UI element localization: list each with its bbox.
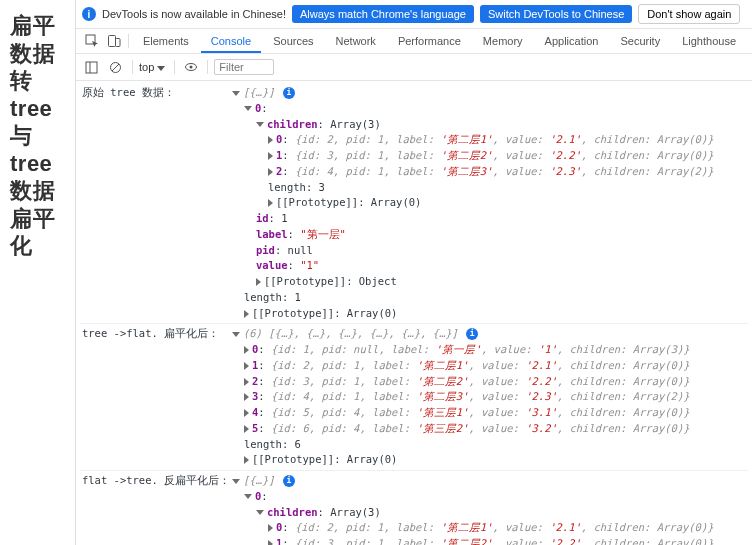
expand-icon[interactable] xyxy=(244,494,252,499)
expand-icon[interactable] xyxy=(256,510,264,515)
expand-icon[interactable] xyxy=(244,393,249,401)
expand-icon[interactable] xyxy=(244,362,249,370)
live-expr-icon[interactable] xyxy=(181,57,201,77)
chevron-down-icon xyxy=(157,66,165,71)
proto-label: [[Prototype]]: Object xyxy=(264,275,397,287)
obj-preview: {id: 2, pid: 1, label: '第二层1', value: '2… xyxy=(295,133,714,145)
expand-icon[interactable] xyxy=(244,425,249,433)
expand-icon[interactable] xyxy=(268,168,273,176)
obj-preview: {id: 3, pid: 1, label: '第二层2', value: '2… xyxy=(295,537,714,545)
context-select[interactable]: top xyxy=(139,61,168,73)
expand-icon[interactable] xyxy=(232,91,240,96)
value: "第一层" xyxy=(300,228,346,240)
match-lang-button[interactable]: Always match Chrome's language xyxy=(292,5,474,23)
value: Array(3) xyxy=(330,506,381,518)
tab-console[interactable]: Console xyxy=(201,29,261,53)
svg-rect-2 xyxy=(115,39,120,47)
console-toolbar: top xyxy=(76,54,752,81)
divider xyxy=(128,34,129,48)
obj-preview: {id: 6, pid: 4, label: '第三层2', value: '3… xyxy=(271,422,690,434)
key: value xyxy=(256,259,288,271)
info-badge-icon[interactable]: i xyxy=(283,87,295,99)
proto-label: [[Prototype]]: Array(0) xyxy=(252,453,397,465)
svg-line-6 xyxy=(112,64,119,71)
length-label: length: 1 xyxy=(244,291,301,303)
tab-sources[interactable]: Sources xyxy=(263,29,323,53)
svg-rect-3 xyxy=(86,62,97,73)
value: null xyxy=(288,244,313,256)
key: children xyxy=(267,118,318,130)
svg-point-8 xyxy=(190,66,193,69)
page-title: 扁平数据转tree与tree数据扁平化 xyxy=(10,12,65,260)
expand-icon[interactable] xyxy=(244,456,249,464)
divider xyxy=(207,60,208,74)
tabs-row: Elements Console Sources Network Perform… xyxy=(76,29,752,54)
expand-icon[interactable] xyxy=(244,346,249,354)
key: label xyxy=(256,228,288,240)
expand-icon[interactable] xyxy=(244,378,249,386)
expand-icon[interactable] xyxy=(244,409,249,417)
svg-rect-1 xyxy=(108,36,115,47)
expand-icon[interactable] xyxy=(268,540,273,545)
obj-preview: {id: 3, pid: 1, label: '第二层2', value: '2… xyxy=(271,375,690,387)
obj-preview: {id: 5, pid: 4, label: '第三层1', value: '3… xyxy=(271,406,690,418)
tab-lighthouse[interactable]: Lighthouse xyxy=(672,29,746,53)
console-output: 原始 tree 数据： [{…}] i 0: children: Array(3… xyxy=(76,81,752,545)
tab-network[interactable]: Network xyxy=(326,29,386,53)
preview: (6) [{…}, {…}, {…}, {…}, {…}, {…}] xyxy=(243,327,458,339)
tab-application[interactable]: Application xyxy=(535,29,609,53)
obj-preview: {id: 2, pid: 1, label: '第二层1', value: '2… xyxy=(295,521,714,533)
switch-lang-button[interactable]: Switch DevTools to Chinese xyxy=(480,5,632,23)
expand-icon[interactable] xyxy=(268,199,273,207)
info-badge-icon[interactable]: i xyxy=(283,475,295,487)
dont-show-button[interactable]: Don't show again xyxy=(638,4,740,24)
key: children xyxy=(267,506,318,518)
info-text: DevTools is now available in Chinese! xyxy=(102,8,286,20)
expand-icon[interactable] xyxy=(256,122,264,127)
info-bar: i DevTools is now available in Chinese! … xyxy=(76,0,752,29)
expand-icon[interactable] xyxy=(232,332,240,337)
expand-icon[interactable] xyxy=(268,152,273,160)
log-label-1: 原始 tree 数据： xyxy=(80,85,232,101)
devtools-panel: i DevTools is now available in Chinese! … xyxy=(75,0,752,545)
proto-label: [[Prototype]]: Array(0) xyxy=(252,307,397,319)
value: "1" xyxy=(300,259,319,271)
preview: [{…}] xyxy=(243,86,275,98)
sidebar-toggle-icon[interactable] xyxy=(82,57,102,77)
filter-input[interactable] xyxy=(214,59,274,75)
value: Array(3) xyxy=(330,118,381,130)
divider xyxy=(132,60,133,74)
inspect-icon[interactable] xyxy=(82,31,102,51)
log-label-3: flat ->tree. 反扁平化后： xyxy=(80,473,232,489)
expand-icon[interactable] xyxy=(256,278,261,286)
value: 1 xyxy=(281,212,287,224)
tab-performance[interactable]: Performance xyxy=(388,29,471,53)
tab-elements[interactable]: Elements xyxy=(133,29,199,53)
obj-preview: {id: 3, pid: 1, label: '第二层2', value: '2… xyxy=(295,149,714,161)
length-label: length: 6 xyxy=(244,438,301,450)
divider xyxy=(174,60,175,74)
device-icon[interactable] xyxy=(104,31,124,51)
expand-icon[interactable] xyxy=(268,524,273,532)
preview: [{…}] xyxy=(243,474,275,486)
expand-icon[interactable] xyxy=(268,136,273,144)
key: pid xyxy=(256,244,275,256)
obj-preview: {id: 2, pid: 1, label: '第二层1', value: '2… xyxy=(271,359,690,371)
expand-icon[interactable] xyxy=(232,479,240,484)
obj-preview: {id: 1, pid: null, label: '第一层', value: … xyxy=(271,343,690,355)
expand-icon[interactable] xyxy=(244,106,252,111)
expand-icon[interactable] xyxy=(244,310,249,318)
clear-icon[interactable] xyxy=(106,57,126,77)
proto-label: [[Prototype]]: Array(0) xyxy=(276,196,421,208)
log-label-2: tree ->flat. 扁平化后： xyxy=(80,326,232,342)
key: id xyxy=(256,212,269,224)
tab-security[interactable]: Security xyxy=(610,29,670,53)
tab-memory[interactable]: Memory xyxy=(473,29,533,53)
info-icon: i xyxy=(82,7,96,21)
obj-preview: {id: 4, pid: 1, label: '第二层3', value: '2… xyxy=(271,390,690,402)
length-label: length: 3 xyxy=(268,181,325,193)
obj-preview: {id: 4, pid: 1, label: '第二层3', value: '2… xyxy=(295,165,714,177)
info-badge-icon[interactable]: i xyxy=(466,328,478,340)
